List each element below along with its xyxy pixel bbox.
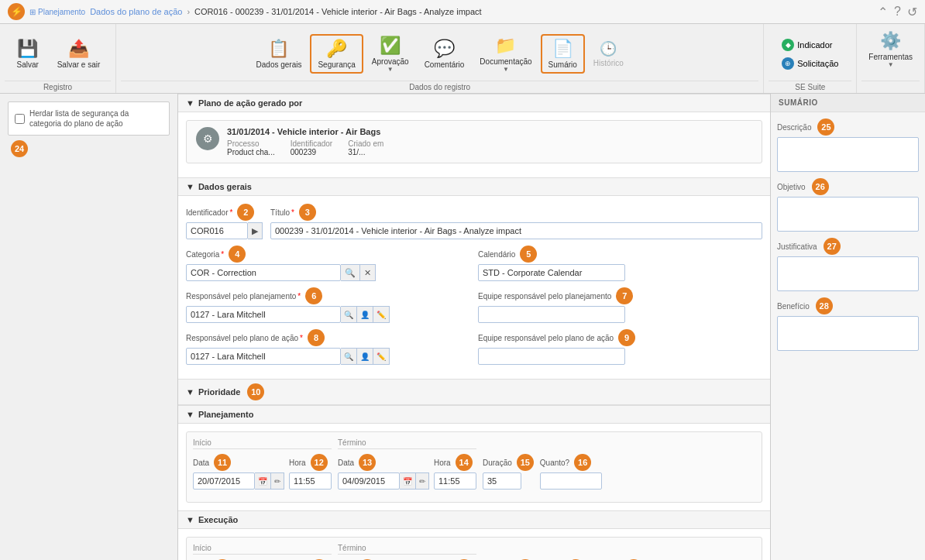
resp-plan-search-btn[interactable]: 🔍	[341, 306, 357, 323]
termino-data-input[interactable]	[338, 472, 400, 490]
resp-action-field: Responsável pelo plano de ação * 8 🔍 👤 ✏…	[186, 329, 470, 365]
quanto-plan-input[interactable]	[540, 472, 602, 490]
planejamento-arrow: ▼	[186, 410, 194, 419]
collapse-icon[interactable]: ⌃	[878, 5, 888, 19]
badge-28: 28	[816, 297, 833, 314]
justificativa-label: Justificativa	[777, 242, 817, 251]
criado-label: Criado em	[348, 139, 383, 148]
termino-data-field: Data 13 📅 ✏	[338, 454, 429, 490]
indicator-icon: ◆	[782, 39, 794, 51]
resp-action-input[interactable]	[186, 348, 341, 365]
form-row-resp2: Responsável pelo plano de ação * 8 🔍 👤 ✏…	[186, 329, 762, 365]
historic-button[interactable]: 🕒 Histórico	[586, 36, 631, 71]
termino-edit-btn[interactable]: ✏	[416, 472, 429, 490]
general-data-section-header[interactable]: ▼ Dados gerais	[178, 177, 770, 196]
plan-arrow: ▼	[186, 98, 194, 108]
badge-8: 8	[308, 329, 325, 346]
approval-button[interactable]: ✅ Aprovação ▼	[365, 32, 416, 77]
documentation-icon: 📁	[495, 36, 516, 56]
tools-button[interactable]: ⚙️ Ferramentas ▼	[861, 27, 920, 72]
security-button[interactable]: 🔑 Segurança	[310, 34, 363, 74]
objetivo-textarea[interactable]	[777, 197, 919, 232]
identificador-card-label: Identificador	[291, 139, 332, 148]
execucao-section-body: Início Data 17 📅	[178, 529, 770, 560]
resp-plan-edit-btn[interactable]: ✏️	[373, 306, 390, 323]
indicator-button[interactable]: ◆ Indicador	[779, 37, 835, 53]
resp-action-edit-btn[interactable]: ✏️	[373, 348, 390, 365]
prioridade-arrow: ▼	[186, 387, 194, 397]
badge-3: 3	[299, 204, 316, 221]
termino-calendar-btn[interactable]: 📅	[400, 472, 416, 490]
beneficio-label: Benefício	[777, 302, 810, 311]
badge-10: 10	[247, 383, 264, 400]
save-button[interactable]: 💾 Salvar	[9, 35, 47, 73]
categoria-input[interactable]	[186, 264, 341, 281]
badge-2: 2	[237, 204, 254, 221]
inicio-hora-input[interactable]	[289, 472, 332, 490]
summary-button[interactable]: 📄 Sumário	[541, 34, 585, 74]
resp-action-required: *	[300, 334, 303, 342]
planejamento-section-header[interactable]: ▼ Planejamento	[178, 405, 770, 424]
equipe-action-input[interactable]	[478, 348, 625, 365]
resp-plan-user-btn[interactable]: 👤	[357, 306, 373, 323]
termino-data-label: Data	[338, 459, 354, 467]
inicio-edit-btn[interactable]: ✏	[271, 472, 284, 490]
badge-26: 26	[812, 178, 829, 195]
breadcrumb-current: COR016 - 000239 - 31/01/2014 - Vehicle i…	[194, 7, 482, 16]
documentation-button[interactable]: 📁 Documentação ▼	[473, 32, 538, 77]
inicio-hora-field: Hora 12	[289, 454, 332, 490]
prioridade-section-header[interactable]: ▼ Prioridade 10	[178, 379, 770, 405]
termino-group-label: Término	[338, 438, 476, 449]
inicio-data-field: Data 11 📅 ✏	[193, 454, 284, 490]
ribbon-data-section: 📋 Dados gerais 🔑 Segurança ✅ Aprovação ▼…	[116, 24, 764, 93]
resp-action-user-btn[interactable]: 👤	[357, 348, 373, 365]
inicio-group-label: Início	[193, 438, 332, 449]
save-exit-button[interactable]: 📤 Salvar e sair	[50, 35, 108, 73]
help-icon[interactable]: ?	[894, 5, 901, 19]
solicitation-button[interactable]: ⊕ Solicitação	[779, 56, 841, 71]
badge-5: 5	[520, 246, 537, 263]
general-data-button[interactable]: 📋 Dados gerais	[249, 35, 309, 73]
resp-plan-input[interactable]	[186, 306, 341, 323]
plan-section-header[interactable]: ▼ Plano de ação gerado por	[178, 94, 770, 112]
calendario-input[interactable]	[478, 264, 625, 281]
resp-action-search-btn[interactable]: 🔍	[341, 348, 357, 365]
summary-icon: 📄	[552, 39, 573, 59]
refresh-icon[interactable]: ↺	[907, 5, 917, 19]
planejamento-link[interactable]: Planejamento	[38, 8, 85, 16]
execucao-section-header[interactable]: ▼ Execução	[178, 510, 770, 529]
identificador-next-btn[interactable]: ▶	[248, 222, 263, 239]
form-row-resp1: Responsável pelo planejamento * 6 🔍 👤 ✏️	[186, 287, 762, 323]
categoria-clear-btn[interactable]: ✕	[360, 264, 376, 281]
ribbon-registry-section: 💾 Salvar 📤 Salvar e sair Registro	[0, 24, 116, 93]
inherit-security-checkbox[interactable]	[15, 114, 25, 124]
descricao-textarea[interactable]	[777, 137, 919, 172]
comment-button[interactable]: 💬 Comentário	[418, 35, 472, 73]
categoria-search-btn[interactable]: 🔍	[341, 264, 360, 281]
justificativa-textarea[interactable]	[777, 256, 919, 291]
beneficio-textarea[interactable]	[777, 316, 919, 351]
breadcrumb-path: Dados do plano de ação	[90, 7, 182, 16]
descricao-field: Descrição 25	[777, 119, 919, 172]
solicitation-label: Solicitação	[797, 59, 838, 68]
equipe-plan-input[interactable]	[478, 306, 625, 323]
badge-16: 16	[574, 454, 591, 471]
titulo-input[interactable]	[270, 222, 762, 239]
criado-value: 31/...	[348, 148, 383, 156]
inicio-data-label: Data	[193, 459, 209, 467]
breadcrumb-separator: ›	[187, 7, 190, 16]
inicio-calendar-btn[interactable]: 📅	[255, 472, 271, 490]
badge-15: 15	[517, 454, 534, 471]
termino-hora-input[interactable]	[434, 472, 476, 490]
identificador-input[interactable]	[186, 222, 248, 239]
inicio-data-input[interactable]	[193, 472, 255, 490]
processo-value: Product cha...	[227, 148, 275, 156]
planejamento-section-body: Início Data 11 📅	[178, 424, 770, 510]
plan-card-icon: ⚙	[196, 127, 219, 150]
summary-panel-title: SUMÁRIO	[771, 94, 925, 112]
identificador-card-value: 000239	[291, 148, 332, 156]
categoria-label: Categoria	[186, 250, 219, 259]
badge-11: 11	[214, 454, 231, 471]
duracao-input[interactable]	[483, 472, 521, 490]
identificador-required: *	[229, 208, 232, 217]
